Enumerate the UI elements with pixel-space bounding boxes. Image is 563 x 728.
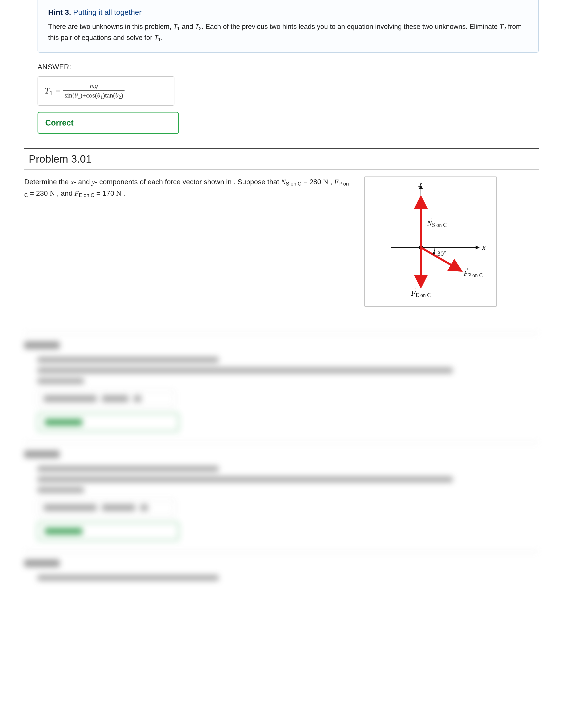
fn-cos: cos <box>86 92 95 99</box>
value: 170 <box>102 189 116 197</box>
hint-box: Hint 3. Putting it all together There ar… <box>38 0 539 53</box>
var-T: T <box>154 34 158 41</box>
lparen: ( <box>72 92 75 99</box>
part-b-heading: Part B <box>24 450 60 458</box>
sym: F <box>411 289 416 297</box>
vector-FP-label: FP on C <box>464 269 483 278</box>
part-b-answer: 199, -115 N <box>38 499 174 516</box>
var-sub: E on C <box>79 192 94 198</box>
hint-text: . <box>161 34 163 41</box>
var-sub: 1 <box>100 94 103 100</box>
txt: = <box>94 189 102 197</box>
lparen: ( <box>113 92 115 99</box>
var-T: T <box>195 23 199 30</box>
axis-x-label: x <box>482 243 486 251</box>
txt: = <box>28 189 36 197</box>
hint-text: and <box>180 23 195 30</box>
sym: N <box>427 219 432 227</box>
answer-label: ANSWER: <box>38 63 539 71</box>
txt: - components of each force vector shown … <box>95 178 281 186</box>
var-theta: θ <box>75 92 78 99</box>
vector-N-label: NS on C <box>427 219 447 228</box>
txt: - and <box>74 178 92 186</box>
var-F: F <box>74 189 79 197</box>
txt: = <box>302 178 309 186</box>
axis-y-label: y <box>419 179 422 187</box>
unit: N <box>50 189 55 197</box>
rparen: ) <box>121 92 123 99</box>
var-N: N <box>281 178 286 186</box>
txt: Determine the <box>24 178 71 186</box>
value: 230 <box>36 189 50 197</box>
part-b-correct: Correct <box>38 522 179 540</box>
section-divider <box>24 148 539 149</box>
sym: F <box>464 269 468 278</box>
hint-number: Hint 3. <box>48 8 71 16</box>
rparen: ) <box>80 92 82 99</box>
thin-divider <box>24 169 539 170</box>
var-F: F <box>334 178 339 186</box>
unit: N <box>323 178 328 186</box>
fn-sin: sin <box>65 92 72 99</box>
fn-tan: tan <box>105 92 113 99</box>
vector-FE-label: FE on C <box>411 289 431 298</box>
var-theta: θ <box>97 92 100 99</box>
problem-statement: Determine the x- and y- components of ea… <box>24 176 351 199</box>
sub: P on C <box>468 272 483 278</box>
var-T: T <box>500 23 503 30</box>
problem-row: Determine the x- and y- components of ea… <box>24 176 539 307</box>
locked-content: Part A 0, 280 N Correct Part B 199, -115… <box>24 333 539 581</box>
var-sub: 1 <box>177 26 180 31</box>
var-T: T <box>45 86 49 96</box>
var-sub: 1 <box>78 94 80 100</box>
var-sub: 2 <box>118 94 121 100</box>
part-a-heading: Part A <box>24 341 60 349</box>
answer-formula: T1 = mg sin(θ1)+cos(θ1)tan(θ2) <box>38 76 174 106</box>
hint-text: . Each of the previous two hints leads y… <box>201 23 499 30</box>
part-a-correct: Correct <box>38 413 179 432</box>
angle-label: 30° <box>437 250 446 257</box>
value: 280 <box>309 178 323 186</box>
unit: N <box>116 189 121 197</box>
txt: , and <box>55 189 75 197</box>
feedback-correct: Correct <box>38 112 179 134</box>
var-sub: 2 <box>199 26 201 31</box>
var-sub: 2 <box>503 26 506 31</box>
problem-title: Problem 3.01 <box>29 153 539 165</box>
plus: + <box>82 92 86 99</box>
txt: . <box>121 189 125 197</box>
var-theta: θ <box>115 92 118 99</box>
fraction: mg sin(θ1)+cos(θ1)tan(θ2) <box>63 82 124 100</box>
txt: , <box>328 178 334 186</box>
var-y: y <box>92 178 95 186</box>
var-m: m <box>90 82 95 89</box>
part-c-heading: Part C <box>24 559 60 567</box>
lparen: ( <box>95 92 97 99</box>
hint-title: Hint 3. Putting it all together <box>48 8 528 17</box>
correct-label: Correct <box>45 118 73 127</box>
var-sub: 1 <box>158 37 161 42</box>
equals: = <box>56 87 60 95</box>
var-sub: S on C <box>286 181 302 187</box>
var-g: g <box>94 82 98 89</box>
hint-name: Putting it all together <box>73 8 141 16</box>
hint-text: There are two unknowns in this problem, <box>48 23 173 30</box>
var-sub: 1 <box>49 89 53 96</box>
hint-body: There are two unknowns in this problem, … <box>48 21 528 43</box>
rparen: ) <box>103 92 105 99</box>
force-diagram: y x 30° NS on C FP on C FE on C <box>364 176 497 307</box>
var-x: x <box>71 178 74 186</box>
diagram-svg <box>365 177 496 306</box>
var-T: T <box>173 23 177 30</box>
sub: S on C <box>432 222 447 228</box>
part-a-answer: 0, 280 N <box>38 390 174 407</box>
sub: E on C <box>416 292 431 298</box>
